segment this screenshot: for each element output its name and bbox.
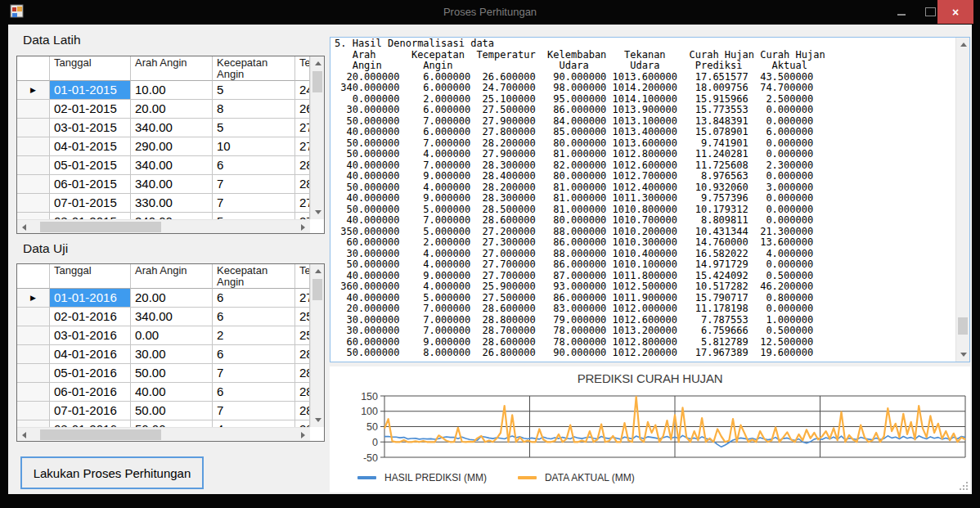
grid-cell[interactable]: 28: [295, 420, 310, 427]
row-header-cell[interactable]: [17, 326, 50, 345]
grid-cell[interactable]: 8: [213, 100, 295, 119]
grid-cell[interactable]: 03-01-2015: [50, 119, 131, 137]
grid-cell[interactable]: 28: [295, 383, 310, 402]
grid-cell[interactable]: 6: [213, 156, 295, 175]
column-header[interactable]: Arah Angin: [131, 264, 213, 289]
scroll-down-button[interactable]: [311, 205, 325, 219]
table-row[interactable]: 03-01-2015340.00527: [17, 119, 310, 137]
grid-cell[interactable]: 330.00: [131, 194, 213, 213]
column-header[interactable]: Arah Angin: [131, 56, 213, 81]
scroll-right-button[interactable]: [296, 428, 310, 442]
table-row[interactable]: 06-01-201640.00628: [17, 383, 310, 402]
scroll-up-button[interactable]: [311, 264, 325, 278]
grid-cell[interactable]: 0.00: [131, 326, 213, 345]
table-row[interactable]: 08-01-2015340.00527: [17, 213, 310, 219]
grid-cell[interactable]: 40.00: [131, 383, 213, 402]
lakukan-proses-perhitungan-button[interactable]: Lakukan Proses Perhitungan: [20, 456, 204, 489]
row-header-cell[interactable]: [17, 100, 50, 119]
grid-cell[interactable]: 50.00: [131, 402, 213, 420]
column-header[interactable]: Temperatur: [295, 264, 310, 289]
grid-cell[interactable]: 6: [213, 345, 295, 364]
scroll-up-button[interactable]: [956, 38, 970, 52]
data-uji-grid[interactable]: TanggalArah AnginKecepatan AnginTemperat…: [16, 263, 325, 442]
grid-cell[interactable]: 340.00: [131, 175, 213, 194]
grid-cell[interactable]: 340.00: [131, 213, 213, 219]
grid-cell[interactable]: 05-01-2015: [50, 156, 131, 175]
grid-cell[interactable]: 5: [213, 119, 295, 137]
grid-cell[interactable]: 27: [295, 137, 310, 156]
row-header-cell[interactable]: [17, 137, 50, 156]
scrollbar-thumb[interactable]: [312, 279, 322, 300]
row-header-cell[interactable]: [17, 345, 50, 364]
grid-cell[interactable]: 28: [295, 175, 310, 194]
scrollbar-thumb[interactable]: [958, 317, 968, 335]
grid-cell[interactable]: 7: [213, 194, 295, 213]
row-header-cell[interactable]: [17, 364, 50, 383]
grid-cell[interactable]: 26: [295, 100, 310, 119]
row-header-cell[interactable]: [17, 402, 50, 420]
grid-cell[interactable]: 28: [295, 364, 310, 383]
grid-cell[interactable]: 06-01-2015: [50, 175, 131, 194]
grid-cell[interactable]: 10: [213, 137, 295, 156]
row-header-cell[interactable]: [17, 156, 50, 175]
row-header-cell[interactable]: [17, 308, 50, 326]
scrollbar-thumb[interactable]: [40, 429, 161, 440]
grid-cell[interactable]: 28: [295, 402, 310, 420]
table-row[interactable]: 08-01-201650.00428: [17, 420, 310, 427]
grid-cell[interactable]: 10.00: [131, 81, 213, 100]
table-row[interactable]: ▶01-01-201510.00524: [17, 81, 310, 100]
column-header[interactable]: Kecepatan Angin: [213, 264, 295, 289]
grid-cell[interactable]: 28: [295, 345, 310, 364]
scroll-left-button[interactable]: [17, 428, 31, 442]
grid-corner-cell[interactable]: [17, 56, 50, 81]
grid-cell[interactable]: 6: [213, 308, 295, 326]
grid-cell[interactable]: 01-01-2016: [50, 289, 131, 308]
grid-cell[interactable]: 08-01-2016: [50, 420, 131, 427]
grid-cell[interactable]: 08-01-2015: [50, 213, 131, 219]
grid-vertical-scrollbar[interactable]: [310, 264, 324, 427]
grid-cell[interactable]: 27: [295, 194, 310, 213]
scroll-left-button[interactable]: [17, 220, 31, 234]
grid-vertical-scrollbar[interactable]: [310, 56, 324, 219]
scrollbar-thumb[interactable]: [312, 71, 322, 92]
grid-cell[interactable]: 07-01-2016: [50, 402, 131, 420]
output-vertical-scrollbar[interactable]: [955, 38, 969, 362]
grid-cell[interactable]: 07-01-2015: [50, 194, 131, 213]
grid-cell[interactable]: 290.00: [131, 137, 213, 156]
data-latih-grid[interactable]: TanggalArah AnginKecepatan AnginTemperat…: [16, 56, 325, 234]
grid-cell[interactable]: 06-01-2016: [50, 383, 131, 402]
grid-cell[interactable]: 04-01-2016: [50, 345, 131, 364]
table-row[interactable]: 04-01-201630.00628: [17, 345, 310, 364]
grid-horizontal-scrollbar[interactable]: [17, 427, 310, 441]
output-textbox[interactable]: 5. Hasil Denormalisasi data Arah Kecepat…: [330, 37, 970, 362]
grid-cell[interactable]: 27: [295, 289, 310, 308]
grid-cell[interactable]: 340.00: [131, 119, 213, 137]
grid-cell[interactable]: 03-01-2016: [50, 326, 131, 345]
close-button[interactable]: ×: [937, 0, 973, 24]
column-header[interactable]: Tanggal: [50, 264, 131, 289]
grid-cell[interactable]: 05-01-2016: [50, 364, 131, 383]
grid-cell[interactable]: 5: [213, 213, 295, 219]
grid-cell[interactable]: 2: [213, 326, 295, 345]
column-header[interactable]: Tanggal: [50, 56, 131, 81]
grid-cell[interactable]: 25: [295, 326, 310, 345]
table-row[interactable]: 02-01-201520.00826: [17, 100, 310, 119]
table-row[interactable]: 05-01-201650.00728: [17, 364, 310, 383]
grid-cell[interactable]: 27: [295, 213, 310, 219]
grid-cell[interactable]: 20.00: [131, 289, 213, 308]
resize-grip[interactable]: [966, 488, 968, 490]
grid-cell[interactable]: 28: [295, 156, 310, 175]
grid-cell[interactable]: 02-01-2015: [50, 100, 131, 119]
grid-cell[interactable]: 30.00: [131, 345, 213, 364]
grid-cell[interactable]: 02-01-2016: [50, 308, 131, 326]
minimize-button[interactable]: [888, 0, 915, 24]
grid-cell[interactable]: 7: [213, 402, 295, 420]
grid-cell[interactable]: 4: [213, 420, 295, 427]
grid-cell[interactable]: 340.00: [131, 156, 213, 175]
grid-cell[interactable]: 01-01-2015: [50, 81, 131, 100]
scroll-down-button[interactable]: [311, 413, 325, 427]
scroll-right-button[interactable]: [296, 220, 310, 234]
table-row[interactable]: ▶01-01-201620.00627: [17, 289, 310, 308]
grid-cell[interactable]: 25: [295, 308, 310, 326]
row-header-cell[interactable]: [17, 213, 50, 219]
